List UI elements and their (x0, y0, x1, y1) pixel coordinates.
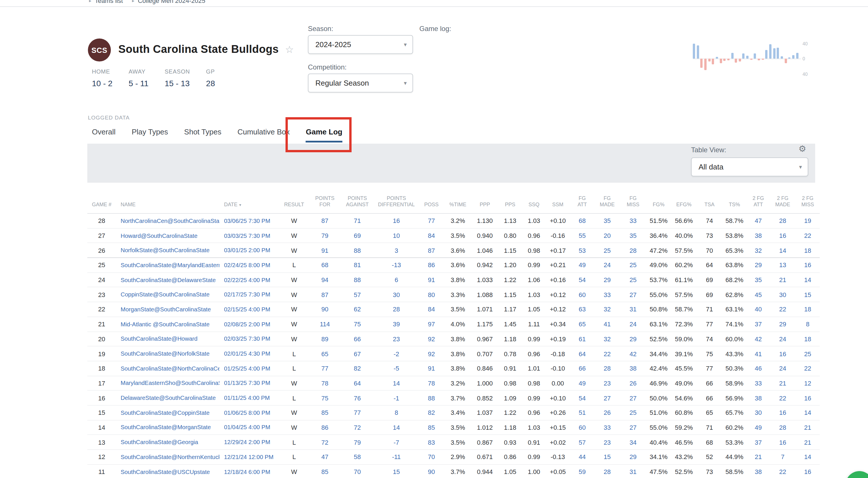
cell-points-for[interactable]: 78 (309, 376, 341, 390)
cell-points-diff[interactable]: 28 (374, 302, 419, 317)
cell-2fg-made[interactable]: 21 (770, 376, 796, 390)
cell-points-for[interactable]: 75 (309, 391, 341, 405)
cell-points-for[interactable]: 87 (309, 287, 341, 302)
col-header-points-against[interactable]: POINTSAGAINST (341, 188, 374, 213)
col-header-game[interactable]: GAME # (87, 188, 116, 213)
cell-fg-att[interactable]: 60 (570, 287, 595, 302)
cell-fg-miss[interactable]: 33 (620, 213, 646, 228)
col-header-poss[interactable]: POSS (419, 188, 444, 213)
col-header-fg-pct[interactable]: FG% (646, 188, 671, 213)
cell-name[interactable]: SouthCarolinaState@Howard (116, 331, 219, 346)
col-header-pps[interactable]: PPS (498, 188, 522, 213)
cell-points-against[interactable]: 81 (341, 258, 374, 272)
competition-select[interactable]: Regular Season ▾ (308, 73, 413, 92)
cell-points-diff[interactable]: 15 (374, 464, 419, 478)
tab-play-types[interactable]: Play Types (131, 122, 168, 143)
cell-points-against[interactable]: 88 (341, 273, 374, 287)
cell-fg-made[interactable]: 33 (595, 420, 620, 435)
tab-cumulative-box[interactable]: Cumulative Box (238, 122, 290, 143)
cell-2fg-miss[interactable]: 18 (796, 243, 820, 258)
cell-2fg-att[interactable]: 33 (747, 376, 770, 390)
cell-points-diff[interactable]: 30 (374, 287, 419, 302)
cell-name[interactable]: SouthCarolinaState@NorthCarolinaCen (116, 361, 219, 376)
cell-points-diff[interactable]: -7 (374, 435, 419, 450)
cell-name[interactable]: Howard@SouthCarolinaState (116, 228, 219, 243)
cell-2fg-miss[interactable]: 8 (796, 317, 820, 331)
cell-fg-att[interactable]: 49 (570, 258, 595, 272)
cell-2fg-att[interactable]: 49 (747, 420, 770, 435)
cell-points-for[interactable]: 68 (309, 258, 341, 272)
cell-points-for[interactable]: 114 (309, 317, 341, 331)
cell-2fg-made[interactable]: 22 (770, 464, 796, 478)
cell-points-for[interactable]: 47 (309, 450, 341, 464)
cell-2fg-att[interactable]: 30 (747, 405, 770, 420)
cell-2fg-att[interactable]: 21 (747, 450, 770, 464)
cell-2fg-made[interactable]: 28 (770, 420, 796, 435)
tab-game-log[interactable]: Game Log (306, 122, 342, 143)
cell-2fg-miss[interactable]: 21 (796, 435, 820, 450)
cell-name[interactable]: DelawareState@SouthCarolinaState (116, 391, 219, 405)
cell-name[interactable]: SouthCarolinaState@MorganState (116, 420, 219, 435)
cell-2fg-att[interactable]: 38 (747, 391, 770, 405)
gear-icon[interactable]: ⚙ (799, 144, 806, 154)
cell-2fg-att[interactable]: 38 (747, 464, 770, 478)
cell-name[interactable]: SouthCarolinaState@CoppinState (116, 405, 219, 420)
cell-2fg-made[interactable]: 16 (770, 405, 796, 420)
cell-fg-miss[interactable]: 24 (620, 317, 646, 331)
cell-fg-att[interactable]: 65 (570, 317, 595, 331)
cell-points-against[interactable]: 67 (341, 346, 374, 361)
cell-points-against[interactable]: 57 (341, 287, 374, 302)
cell-poss[interactable]: 91 (419, 361, 444, 376)
cell-points-for[interactable]: 91 (309, 243, 341, 258)
cell-2fg-miss[interactable]: 15 (796, 287, 820, 302)
cell-2fg-att[interactable]: 45 (747, 287, 770, 302)
cell-fg-miss[interactable]: 25 (620, 273, 646, 287)
col-header-result[interactable]: RESULT (279, 188, 309, 213)
cell-poss[interactable]: 86 (419, 258, 444, 272)
cell-2fg-att[interactable]: 37 (747, 435, 770, 450)
cell-2fg-att[interactable]: 37 (747, 317, 770, 331)
favorite-star-icon[interactable]: ☆ (285, 44, 294, 54)
cell-fg-att[interactable]: 55 (570, 228, 595, 243)
cell-name[interactable]: SouthCarolinaState@NorfolkState (116, 346, 219, 361)
col-header-ppp[interactable]: PPP (472, 188, 498, 213)
col-header-time[interactable]: %TIME (444, 188, 472, 213)
cell-fg-made[interactable]: 23 (595, 435, 620, 450)
cell-fg-miss[interactable]: 25 (620, 405, 646, 420)
cell-fg-att[interactable]: 44 (570, 450, 595, 464)
cell-fg-made[interactable]: 22 (595, 346, 620, 361)
cell-poss[interactable]: 88 (419, 391, 444, 405)
cell-points-against[interactable]: 71 (341, 213, 374, 228)
cell-2fg-made[interactable]: 21 (770, 273, 796, 287)
breadcrumb-item[interactable]: ▸College Men 2024-2025 (132, 0, 205, 4)
cell-2fg-miss[interactable]: 19 (796, 213, 820, 228)
cell-2fg-made[interactable]: 24 (770, 361, 796, 376)
cell-fg-att[interactable]: 63 (570, 302, 595, 317)
cell-points-diff[interactable]: -13 (374, 258, 419, 272)
cell-fg-made[interactable]: 15 (595, 450, 620, 464)
cell-2fg-made[interactable]: 7 (770, 450, 796, 464)
cell-date[interactable]: 02/24/25 8:00 PM (219, 258, 279, 272)
cell-fg-made[interactable]: 32 (595, 331, 620, 346)
col-header-efg-pct[interactable]: EFG% (671, 188, 697, 213)
cell-poss[interactable]: 92 (419, 346, 444, 361)
cell-points-against[interactable]: 75 (341, 317, 374, 331)
cell-date[interactable]: 02/15/25 4:00 PM (219, 302, 279, 317)
cell-fg-made[interactable]: 27 (595, 391, 620, 405)
cell-points-against[interactable]: 88 (341, 243, 374, 258)
cell-fg-miss[interactable]: 25 (620, 258, 646, 272)
cell-points-for[interactable]: 85 (309, 464, 341, 478)
season-select[interactable]: 2024-2025 ▾ (308, 35, 413, 54)
chat-bubble-button[interactable] (846, 471, 868, 478)
cell-2fg-miss[interactable]: 22 (796, 361, 820, 376)
cell-poss[interactable]: 82 (419, 405, 444, 420)
cell-fg-miss[interactable]: 27 (620, 391, 646, 405)
cell-date[interactable]: 02/17/25 7:30 PM (219, 287, 279, 302)
cell-2fg-made[interactable]: 24 (770, 331, 796, 346)
cell-fg-att[interactable]: 51 (570, 405, 595, 420)
cell-fg-att[interactable]: 54 (570, 273, 595, 287)
cell-fg-miss[interactable]: 31 (620, 464, 646, 478)
cell-fg-att[interactable]: 53 (570, 243, 595, 258)
cell-poss[interactable]: 84 (419, 228, 444, 243)
cell-fg-miss[interactable]: 42 (620, 346, 646, 361)
